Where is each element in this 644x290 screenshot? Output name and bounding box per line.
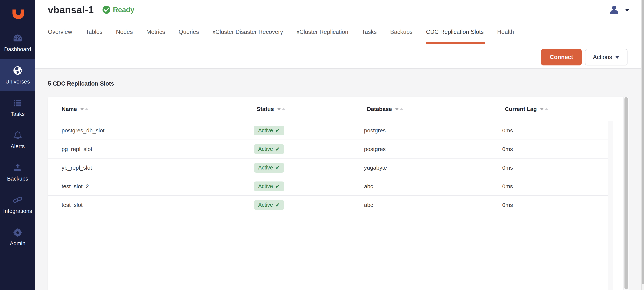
actions-button-label: Actions <box>593 54 612 61</box>
page-title: 5 CDC Replication Slots <box>48 80 644 87</box>
tab-cdc-replication-slots[interactable]: CDC Replication Slots <box>426 29 484 44</box>
sidebar-item-label: Tasks <box>10 111 24 117</box>
table-scrollbar-track[interactable] <box>608 121 614 290</box>
task-list-icon <box>13 97 22 108</box>
yugabyte-flame-logo[interactable] <box>0 0 35 26</box>
table-row[interactable]: postgres_db_slot Active✔ postgres 0ms <box>48 121 608 140</box>
table-row[interactable]: test_slot Active✔ abc 0ms <box>48 196 608 214</box>
check-icon: ✔ <box>275 127 280 134</box>
slot-name: test_slot <box>62 202 82 208</box>
page-scrollbar-thumb[interactable] <box>642 0 644 284</box>
sidebar-item-alerts[interactable]: Alerts <box>0 123 35 156</box>
status-badge: Active✔ <box>254 163 284 173</box>
dashboard-gauge-icon <box>13 33 22 44</box>
slot-name: yb_repl_slot <box>62 165 92 171</box>
universe-status-badge: Ready <box>102 6 134 14</box>
table-row[interactable]: test_slot_2 Active✔ abc 0ms <box>48 177 608 196</box>
sidebar: Dashboard Universes <box>0 0 35 290</box>
column-header-database[interactable]: Database <box>367 106 404 112</box>
sidebar-item-backups[interactable]: Backups <box>0 156 35 188</box>
cdc-slots-table-card: Name Status Database Current Lag <box>48 97 628 290</box>
slot-database: yugabyte <box>364 165 387 171</box>
globe-icon <box>12 65 23 76</box>
slot-database: abc <box>364 183 373 190</box>
sidebar-item-label: Admin <box>10 240 25 247</box>
column-header-status[interactable]: Status <box>257 106 286 112</box>
connect-button[interactable]: Connect <box>541 49 582 65</box>
card-scrollbar-thumb[interactable] <box>624 97 628 289</box>
sidebar-item-integrations[interactable]: Integrations <box>0 188 35 220</box>
column-header-current-lag[interactable]: Current Lag <box>505 106 548 112</box>
check-circle-icon <box>102 6 110 14</box>
slot-database: abc <box>364 202 373 208</box>
sort-icon <box>395 108 404 110</box>
tab-queries[interactable]: Queries <box>178 29 199 44</box>
sidebar-item-label: Backups <box>7 176 28 182</box>
slot-current-lag: 0ms <box>502 127 513 134</box>
check-icon: ✔ <box>275 146 280 152</box>
slot-current-lag: 0ms <box>502 146 513 152</box>
tab-health[interactable]: Health <box>497 29 514 44</box>
card-scrollbar[interactable] <box>623 97 628 290</box>
table-row[interactable]: pg_repl_slot Active✔ postgres 0ms <box>48 140 608 159</box>
sidebar-item-admin[interactable]: Admin <box>0 220 35 253</box>
main-area: vbansal-1 Ready Overview Tables Nodes Me… <box>35 0 644 290</box>
tab-xcluster-disaster-recovery[interactable]: xCluster Disaster Recovery <box>212 29 283 44</box>
universe-header: vbansal-1 Ready Overview Tables Nodes Me… <box>35 0 644 69</box>
status-badge: Active✔ <box>254 144 284 154</box>
chevron-down-icon <box>625 9 629 12</box>
slot-name: pg_repl_slot <box>62 146 92 152</box>
slot-name: test_slot_2 <box>62 183 89 190</box>
slot-database: postgres <box>364 127 386 134</box>
page-scrollbar[interactable] <box>641 0 644 290</box>
link-icon <box>12 195 23 205</box>
cdc-slots-page: 5 CDC Replication Slots Name Status Data… <box>35 69 644 290</box>
status-badge: Active✔ <box>254 126 284 135</box>
tab-backups[interactable]: Backups <box>390 29 412 44</box>
status-badge: Active✔ <box>254 182 284 191</box>
sidebar-item-tasks[interactable]: Tasks <box>0 91 35 123</box>
sort-icon <box>277 108 286 110</box>
column-header-name[interactable]: Name <box>62 106 89 112</box>
actions-button[interactable]: Actions <box>585 49 628 65</box>
chevron-down-icon <box>615 56 620 59</box>
yugabyte-flame-logo-svg <box>11 5 24 24</box>
sort-icon <box>540 108 548 110</box>
universe-name: vbansal-1 <box>48 4 94 16</box>
status-badge: Active✔ <box>254 200 284 210</box>
sidebar-item-label: Dashboard <box>4 46 31 53</box>
check-icon: ✔ <box>275 183 280 190</box>
check-icon: ✔ <box>275 164 280 171</box>
gear-icon <box>13 227 22 238</box>
sidebar-item-label: Alerts <box>10 143 24 150</box>
universe-status-label: Ready <box>113 6 134 14</box>
tab-tables[interactable]: Tables <box>86 29 102 44</box>
tab-tasks[interactable]: Tasks <box>362 29 377 44</box>
user-avatar-icon <box>609 5 620 16</box>
sidebar-item-dashboard[interactable]: Dashboard <box>0 26 35 59</box>
sidebar-item-label: Integrations <box>3 208 32 214</box>
sidebar-item-label: Universes <box>6 79 30 85</box>
sort-icon <box>80 108 89 110</box>
upload-icon <box>13 162 22 173</box>
tab-overview[interactable]: Overview <box>48 29 72 44</box>
slot-name: postgres_db_slot <box>62 127 104 134</box>
slot-current-lag: 0ms <box>502 165 513 171</box>
check-icon: ✔ <box>275 202 280 208</box>
tab-metrics[interactable]: Metrics <box>146 29 165 44</box>
tab-nodes[interactable]: Nodes <box>116 29 133 44</box>
tab-xcluster-replication[interactable]: xCluster Replication <box>296 29 348 44</box>
slot-database: postgres <box>364 146 386 152</box>
bell-icon <box>13 130 22 141</box>
slot-current-lag: 0ms <box>502 202 513 208</box>
slot-current-lag: 0ms <box>502 183 513 190</box>
app-screen: Dashboard Universes <box>0 0 644 290</box>
table-header-row: Name Status Database Current Lag <box>48 97 628 121</box>
table-body: postgres_db_slot Active✔ postgres 0ms pg… <box>48 121 628 214</box>
sidebar-item-universes[interactable]: Universes <box>0 59 35 91</box>
table-row[interactable]: yb_repl_slot Active✔ yugabyte 0ms <box>48 159 608 177</box>
user-menu[interactable] <box>609 5 629 16</box>
universe-tabs: Overview Tables Nodes Metrics Queries xC… <box>48 29 514 44</box>
